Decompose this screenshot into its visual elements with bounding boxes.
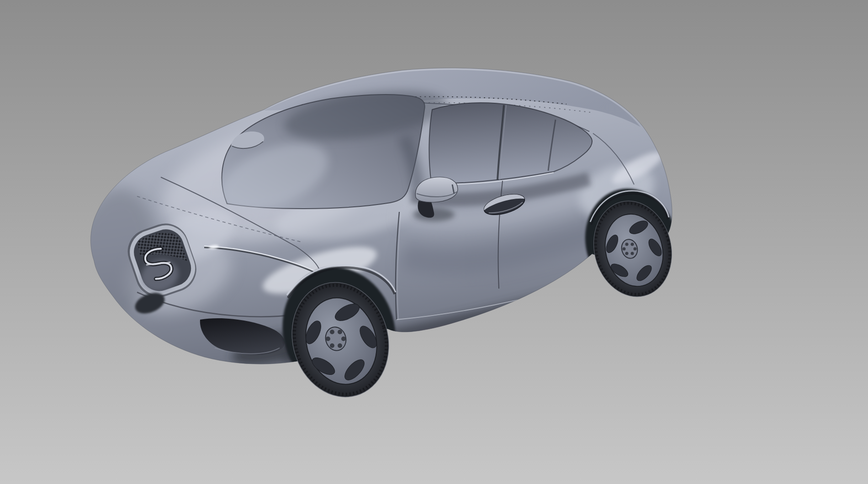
- lug-nut: [338, 330, 342, 334]
- lug-nut: [634, 247, 637, 251]
- lug-nut: [631, 252, 634, 255]
- car-render-canvas: [0, 0, 868, 484]
- lug-nut: [631, 243, 634, 246]
- lug-nut: [623, 247, 626, 251]
- lug-nut: [338, 343, 342, 348]
- render-viewport: [0, 0, 868, 484]
- lug-nut: [341, 337, 346, 341]
- lug-nut: [326, 337, 330, 341]
- lug-nut: [625, 243, 629, 246]
- lug-nut: [330, 343, 334, 348]
- lug-nut: [625, 252, 629, 255]
- lug-nut: [330, 330, 334, 334]
